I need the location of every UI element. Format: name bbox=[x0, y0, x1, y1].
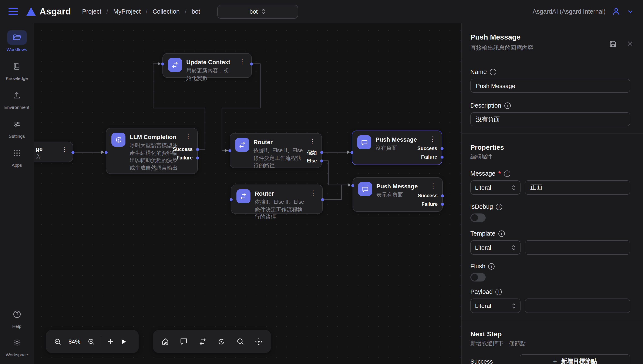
kebab-menu-icon[interactable]: ⋮ bbox=[308, 138, 316, 146]
input-port[interactable] bbox=[230, 198, 232, 201]
brand-name: Asgard bbox=[40, 6, 71, 16]
book-icon bbox=[12, 62, 21, 71]
sidebar-item-environment[interactable]: Environment bbox=[2, 88, 32, 110]
input-port[interactable] bbox=[228, 149, 231, 152]
breadcrumb-separator: / bbox=[185, 8, 186, 15]
message-type-select[interactable]: Literal bbox=[470, 180, 520, 195]
close-icon[interactable] bbox=[626, 40, 634, 47]
kebab-menu-icon[interactable]: ⋮ bbox=[238, 58, 246, 66]
info-icon[interactable]: i bbox=[490, 69, 496, 75]
kebab-menu-icon[interactable]: ⋮ bbox=[309, 189, 317, 197]
brand[interactable]: Asgard bbox=[26, 6, 71, 16]
input-port[interactable] bbox=[350, 151, 354, 154]
node-title: Update Context bbox=[186, 58, 234, 66]
zoom-out-icon[interactable] bbox=[54, 338, 62, 346]
kebab-menu-icon[interactable]: ⋮ bbox=[60, 146, 68, 153]
llm-bulb-icon[interactable] bbox=[217, 337, 226, 346]
input-port[interactable] bbox=[104, 151, 108, 154]
output-port-success[interactable] bbox=[196, 148, 199, 151]
sidebar-label: Apps bbox=[12, 162, 22, 168]
payload-value-input[interactable] bbox=[525, 298, 630, 313]
kebab-menu-icon[interactable]: ⋮ bbox=[429, 135, 437, 143]
flush-toggle[interactable] bbox=[470, 273, 486, 282]
breadcrumb-collection[interactable]: Collection bbox=[153, 8, 180, 15]
message-type-value: Literal bbox=[475, 184, 491, 191]
output-port-else[interactable] bbox=[320, 160, 323, 162]
template-type-select[interactable]: Literal bbox=[470, 240, 520, 255]
next-step-title: Next Step bbox=[470, 330, 630, 338]
info-icon[interactable]: i bbox=[498, 230, 505, 237]
info-icon[interactable]: i bbox=[496, 288, 502, 295]
info-icon[interactable]: i bbox=[496, 204, 502, 210]
gear-icon bbox=[12, 338, 22, 348]
breadcrumb-separator: / bbox=[106, 8, 108, 15]
home-add-icon[interactable] bbox=[161, 337, 170, 346]
sidebar-item-knowledge[interactable]: Knowledge bbox=[2, 59, 32, 81]
workflow-select[interactable]: bot bbox=[217, 4, 298, 18]
workflow-canvas[interactable]: ge 入 ⋮ Update Context 用於更新內容，初始化變數 ⋮ bbox=[34, 23, 462, 364]
breadcrumb-myproject[interactable]: MyProject bbox=[113, 8, 141, 15]
kebab-menu-icon[interactable]: ⋮ bbox=[184, 133, 192, 140]
output-port-if[interactable] bbox=[320, 151, 323, 154]
sidebar-label: Workspace bbox=[6, 352, 28, 357]
payload-type-select[interactable]: Literal bbox=[470, 298, 520, 313]
user-icon[interactable] bbox=[612, 7, 621, 16]
name-input-value: Push Message bbox=[476, 82, 515, 89]
isdebug-toggle[interactable] bbox=[470, 214, 486, 222]
node-push-message-2[interactable]: Push Message 表示有負面 ⋮ Success Failure bbox=[352, 177, 443, 212]
chevron-down-icon[interactable] bbox=[627, 8, 634, 15]
breadcrumb-project[interactable]: Project bbox=[82, 8, 101, 15]
output-label-failure: Failure bbox=[177, 155, 193, 160]
name-input[interactable]: Push Message bbox=[470, 79, 630, 93]
menu-icon[interactable] bbox=[8, 8, 18, 15]
info-icon[interactable]: i bbox=[488, 263, 495, 270]
apps-grid-icon bbox=[12, 149, 21, 157]
updown-chevron-icon bbox=[512, 185, 516, 190]
input-port[interactable] bbox=[351, 184, 354, 187]
output-port[interactable] bbox=[321, 198, 324, 201]
kebab-menu-icon[interactable]: ⋮ bbox=[429, 182, 437, 190]
output-port[interactable] bbox=[72, 151, 74, 154]
workflow-select-value: bot bbox=[250, 8, 258, 15]
sidebar-item-workflows[interactable]: Workflows bbox=[2, 30, 32, 52]
search-icon[interactable] bbox=[236, 337, 244, 346]
node-update-context[interactable]: Update Context 用於更新內容，初始化變數 ⋮ bbox=[162, 53, 252, 78]
run-play-icon[interactable] bbox=[120, 338, 127, 345]
description-input[interactable]: 沒有負面 bbox=[470, 112, 630, 126]
info-icon[interactable]: i bbox=[504, 170, 510, 177]
output-label-else: Else bbox=[307, 158, 317, 163]
output-port-failure[interactable] bbox=[441, 203, 444, 206]
node-push-message-1[interactable]: Push Message 沒有負面 ⋮ Success Failure bbox=[352, 130, 442, 165]
add-target-node-button-success[interactable]: + 新增目標節點 bbox=[520, 354, 630, 364]
message-value: 正面 bbox=[530, 184, 542, 191]
input-port[interactable] bbox=[161, 62, 164, 66]
output-port[interactable] bbox=[250, 62, 253, 66]
sidebar-item-workspace[interactable]: Workspace bbox=[2, 336, 32, 357]
output-port-failure[interactable] bbox=[440, 156, 444, 158]
toolbar-divider bbox=[101, 336, 101, 347]
save-icon[interactable] bbox=[609, 40, 617, 48]
sidebar-item-help[interactable]: Help bbox=[2, 307, 32, 329]
output-label-failure: Failure bbox=[421, 154, 437, 160]
swap-arrows-icon[interactable] bbox=[198, 337, 207, 346]
chat-bubble-icon[interactable] bbox=[180, 337, 188, 346]
node-cut-off[interactable]: ge 入 ⋮ bbox=[34, 142, 73, 162]
info-icon[interactable]: i bbox=[504, 102, 510, 109]
node-router-2[interactable]: Router 依據If、Else If、Else條件決定工作流程執行的路徑 ⋮ bbox=[231, 184, 323, 214]
zoom-in-icon[interactable] bbox=[87, 338, 95, 346]
next-step-subtitle: 新增或選擇下一個節點 bbox=[470, 340, 630, 348]
output-port-success[interactable] bbox=[440, 147, 444, 150]
sidebar-item-settings[interactable]: Settings bbox=[2, 117, 32, 139]
breadcrumb-bot[interactable]: bot bbox=[192, 8, 200, 15]
swap-arrows-icon bbox=[168, 58, 182, 72]
template-value-input[interactable] bbox=[525, 240, 630, 255]
output-port-success[interactable] bbox=[441, 194, 444, 197]
add-icon[interactable] bbox=[107, 338, 114, 345]
message-field-label: Message*i bbox=[470, 170, 630, 177]
node-router-1[interactable]: Router 依據If、Else If、Else條件決定工作流程執行的路徑 ⋮ … bbox=[230, 133, 322, 168]
message-value-input[interactable]: 正面 bbox=[525, 180, 630, 195]
sidebar-item-apps[interactable]: Apps bbox=[2, 146, 32, 168]
node-llm-completion[interactable]: LLM Completion 呼叫大型語言模型並產生結構化的資料輸出以輔助流程的… bbox=[106, 128, 198, 174]
move-nodes-icon[interactable] bbox=[254, 337, 263, 346]
output-port-failure[interactable] bbox=[196, 156, 199, 160]
